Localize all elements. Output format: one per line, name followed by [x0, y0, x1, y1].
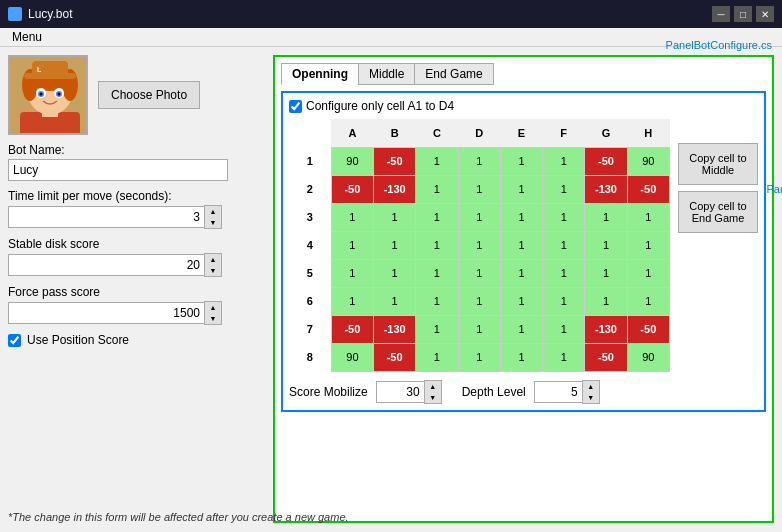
cell-3-G[interactable]: 1: [585, 203, 627, 231]
cell-2-H[interactable]: -50: [627, 175, 669, 203]
stable-disk-down-button[interactable]: ▼: [205, 265, 221, 276]
stable-disk-input[interactable]: [8, 254, 204, 276]
cell-2-G[interactable]: -130: [585, 175, 627, 203]
cell-8-F[interactable]: 1: [543, 343, 585, 371]
force-pass-down-button[interactable]: ▼: [205, 313, 221, 324]
cell-6-B[interactable]: 1: [374, 287, 416, 315]
score-mobilize-down-button[interactable]: ▼: [425, 392, 441, 403]
cell-5-B[interactable]: 1: [374, 259, 416, 287]
depth-level-up-button[interactable]: ▲: [583, 381, 599, 392]
cell-5-D[interactable]: 1: [458, 259, 500, 287]
cell-4-G[interactable]: 1: [585, 231, 627, 259]
copy-to-end-game-button[interactable]: Copy cell toEnd Game: [678, 191, 758, 233]
cell-1-B[interactable]: -50: [374, 147, 416, 175]
cell-4-C[interactable]: 1: [416, 231, 458, 259]
cell-4-B[interactable]: 1: [374, 231, 416, 259]
close-button[interactable]: ✕: [756, 6, 774, 22]
cell-7-C[interactable]: 1: [416, 315, 458, 343]
menu-item-menu[interactable]: Menu: [6, 28, 48, 46]
copy-to-middle-button[interactable]: Copy cell toMiddle: [678, 143, 758, 185]
time-limit-input[interactable]: [8, 206, 204, 228]
cell-6-F[interactable]: 1: [543, 287, 585, 315]
use-position-checkbox[interactable]: [8, 334, 21, 347]
cell-4-A[interactable]: 1: [331, 231, 373, 259]
cell-2-E[interactable]: 1: [500, 175, 542, 203]
cell-1-D[interactable]: 1: [458, 147, 500, 175]
cell-2-C[interactable]: 1: [416, 175, 458, 203]
cell-6-A[interactable]: 1: [331, 287, 373, 315]
cell-8-C[interactable]: 1: [416, 343, 458, 371]
cell-6-C[interactable]: 1: [416, 287, 458, 315]
choose-photo-button[interactable]: Choose Photo: [98, 81, 200, 109]
cell-7-F[interactable]: 1: [543, 315, 585, 343]
cell-4-H[interactable]: 1: [627, 231, 669, 259]
tab-end-game[interactable]: End Game: [414, 63, 493, 85]
score-mobilize-input[interactable]: [376, 381, 424, 403]
score-mobilize-up-button[interactable]: ▲: [425, 381, 441, 392]
cell-2-B[interactable]: -130: [374, 175, 416, 203]
grid-body: 190-501111-50902-50-1301111-130-50311111…: [289, 147, 670, 371]
cell-1-G[interactable]: -50: [585, 147, 627, 175]
maximize-button[interactable]: □: [734, 6, 752, 22]
cell-1-H[interactable]: 90: [627, 147, 669, 175]
col-header-d: D: [458, 119, 500, 147]
bot-name-input[interactable]: [8, 159, 228, 181]
cell-3-E[interactable]: 1: [500, 203, 542, 231]
cell-8-G[interactable]: -50: [585, 343, 627, 371]
depth-level-input[interactable]: [534, 381, 582, 403]
cell-3-B[interactable]: 1: [374, 203, 416, 231]
cell-4-E[interactable]: 1: [500, 231, 542, 259]
cell-6-H[interactable]: 1: [627, 287, 669, 315]
row-header-5: 5: [289, 259, 331, 287]
score-mobilize-spinner-btns: ▲ ▼: [424, 380, 442, 404]
time-limit-spinner-buttons: ▲ ▼: [204, 205, 222, 229]
cell-4-D[interactable]: 1: [458, 231, 500, 259]
minimize-button[interactable]: ─: [712, 6, 730, 22]
cell-8-B[interactable]: -50: [374, 343, 416, 371]
time-limit-up-button[interactable]: ▲: [205, 206, 221, 217]
cell-7-A[interactable]: -50: [331, 315, 373, 343]
cell-7-E[interactable]: 1: [500, 315, 542, 343]
cell-2-A[interactable]: -50: [331, 175, 373, 203]
cell-5-E[interactable]: 1: [500, 259, 542, 287]
cell-5-F[interactable]: 1: [543, 259, 585, 287]
force-pass-label: Force pass score: [8, 285, 263, 299]
configure-checkbox[interactable]: [289, 100, 302, 113]
cell-3-A[interactable]: 1: [331, 203, 373, 231]
cell-5-A[interactable]: 1: [331, 259, 373, 287]
depth-level-down-button[interactable]: ▼: [583, 392, 599, 403]
cell-2-F[interactable]: 1: [543, 175, 585, 203]
time-limit-down-button[interactable]: ▼: [205, 217, 221, 228]
cell-4-F[interactable]: 1: [543, 231, 585, 259]
cell-1-A[interactable]: 90: [331, 147, 373, 175]
cell-7-G[interactable]: -130: [585, 315, 627, 343]
tab-opening[interactable]: Openning: [281, 63, 359, 85]
cell-6-G[interactable]: 1: [585, 287, 627, 315]
cell-3-C[interactable]: 1: [416, 203, 458, 231]
cell-1-E[interactable]: 1: [500, 147, 542, 175]
stable-disk-up-button[interactable]: ▲: [205, 254, 221, 265]
time-limit-spinner: ▲ ▼: [8, 205, 263, 229]
cell-5-H[interactable]: 1: [627, 259, 669, 287]
cell-8-H[interactable]: 90: [627, 343, 669, 371]
cell-3-D[interactable]: 1: [458, 203, 500, 231]
cell-2-D[interactable]: 1: [458, 175, 500, 203]
cell-3-F[interactable]: 1: [543, 203, 585, 231]
cell-6-E[interactable]: 1: [500, 287, 542, 315]
cell-8-A[interactable]: 90: [331, 343, 373, 371]
cell-7-D[interactable]: 1: [458, 315, 500, 343]
cell-5-G[interactable]: 1: [585, 259, 627, 287]
cell-5-C[interactable]: 1: [416, 259, 458, 287]
cell-6-D[interactable]: 1: [458, 287, 500, 315]
cell-8-D[interactable]: 1: [458, 343, 500, 371]
cell-7-H[interactable]: -50: [627, 315, 669, 343]
force-pass-up-button[interactable]: ▲: [205, 302, 221, 313]
tab-middle[interactable]: Middle: [358, 63, 415, 85]
force-pass-input[interactable]: [8, 302, 204, 324]
cell-1-C[interactable]: 1: [416, 147, 458, 175]
depth-level-field: Depth Level ▲ ▼: [462, 380, 600, 404]
cell-7-B[interactable]: -130: [374, 315, 416, 343]
cell-8-E[interactable]: 1: [500, 343, 542, 371]
cell-3-H[interactable]: 1: [627, 203, 669, 231]
cell-1-F[interactable]: 1: [543, 147, 585, 175]
